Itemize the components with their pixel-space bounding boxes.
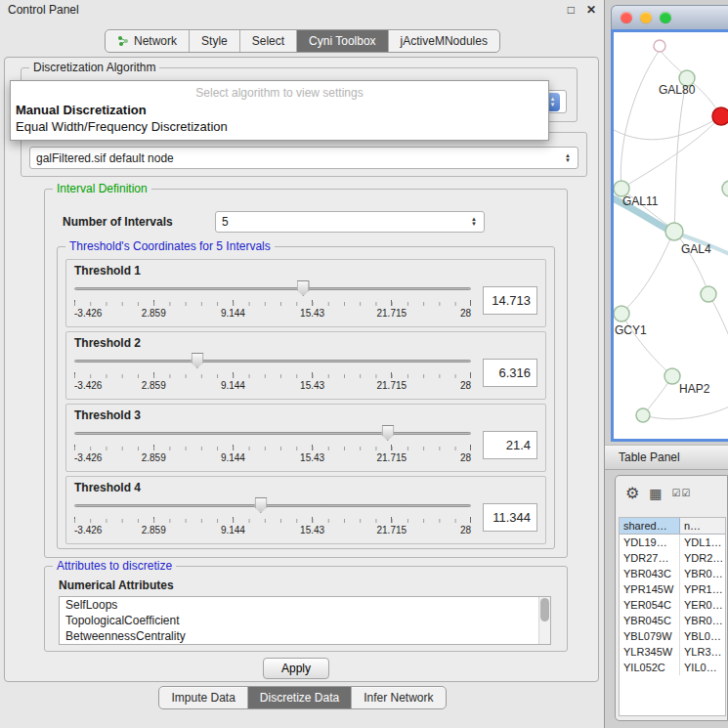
- threshold-3-slider[interactable]: -3.426 2.859 9.144 15.43 21.715 28: [74, 423, 471, 466]
- table-cell[interactable]: YBR045C: [620, 613, 680, 628]
- network-view-window: GAL80 GAL11 GAL4 GCY1 HAP2: [611, 5, 728, 442]
- list-scrollbar[interactable]: [538, 597, 550, 644]
- network-node[interactable]: [665, 223, 683, 240]
- popup-item-manual-discretization[interactable]: Manual Discretization: [11, 102, 548, 118]
- select-columns-icon[interactable]: ☑☑: [672, 488, 692, 498]
- number-of-intervals-stepper-icon[interactable]: ▲▼: [470, 217, 478, 227]
- table-cell[interactable]: YLR3…: [680, 644, 725, 660]
- tab-cyni-toolbox[interactable]: Cyni Toolbox: [296, 30, 387, 52]
- table-cell[interactable]: YDR27…: [620, 550, 680, 566]
- table-row[interactable]: YLR345WYLR3…: [620, 644, 725, 660]
- network-node[interactable]: [614, 306, 629, 321]
- tick-label: 21.715: [377, 452, 407, 463]
- tab-jactivemnodules[interactable]: jActiveMNodules: [388, 30, 499, 52]
- table-cell[interactable]: YBR0…: [680, 613, 725, 628]
- threshold-1-value-field[interactable]: 14.713: [483, 286, 537, 315]
- threshold-1-slider[interactable]: -3.426 2.859 9.144 15.43 21.715 28: [74, 278, 471, 321]
- slider-track[interactable]: [74, 360, 471, 363]
- column-header-name[interactable]: n…: [680, 518, 725, 535]
- slider-minor-ticks: [74, 519, 471, 523]
- network-node[interactable]: [636, 408, 650, 422]
- list-item[interactable]: SelfLoops: [60, 597, 550, 613]
- table-cell[interactable]: YBL079W: [620, 628, 680, 644]
- float-window-icon[interactable]: □: [568, 3, 575, 17]
- threshold-2-label: Threshold 2: [74, 336, 537, 350]
- gear-icon[interactable]: ⚙: [625, 484, 639, 502]
- threshold-4-slider[interactable]: -3.426 2.859 9.144 15.43 21.715 28: [74, 495, 471, 538]
- table-data-combo[interactable]: galFiltered.sif default node ▲▼: [29, 147, 578, 169]
- network-window-titlebar[interactable]: [611, 5, 728, 29]
- zoom-traffic-light-button[interactable]: [660, 12, 671, 23]
- close-traffic-light-button[interactable]: [621, 12, 632, 23]
- network-node[interactable]: [664, 368, 680, 384]
- table-row[interactable]: YBR043CYBR0…: [620, 566, 725, 581]
- table-cell[interactable]: YPR1…: [680, 581, 725, 597]
- attributes-group-title: Attributes to discretize: [53, 559, 176, 573]
- table-row[interactable]: YDR27…YDR2…: [620, 550, 725, 566]
- slider-track[interactable]: [74, 432, 471, 435]
- tab-network[interactable]: Network: [106, 30, 189, 52]
- list-item[interactable]: TopologicalCoefficient: [60, 613, 550, 628]
- threshold-coordinates-group: Threshold's Coordinates for 5 Intervals …: [57, 246, 555, 549]
- columns-icon[interactable]: ▦: [649, 486, 662, 501]
- table-row[interactable]: YER054CYER0…: [620, 597, 725, 613]
- network-node[interactable]: [654, 40, 665, 52]
- table-row[interactable]: YDL19…YDL1…: [620, 535, 725, 550]
- threshold-4-value-field[interactable]: 11.344: [483, 503, 537, 532]
- tick-label: 9.144: [221, 525, 245, 535]
- table-data-combo-stepper-icon[interactable]: ▲▼: [564, 153, 572, 163]
- threshold-3-value-field[interactable]: 21.4: [483, 431, 537, 459]
- slider-thumb[interactable]: [381, 425, 394, 441]
- node-label-hap2[interactable]: HAP2: [679, 382, 709, 396]
- threshold-2-slider[interactable]: -3.426 2.859 9.144 15.43 21.715 28: [74, 351, 471, 394]
- table-cell[interactable]: YPR145W: [620, 581, 680, 597]
- column-header-shared-name[interactable]: shared…: [620, 518, 680, 535]
- table-cell[interactable]: YIL0…: [680, 660, 725, 675]
- table-cell[interactable]: YDR2…: [680, 550, 725, 566]
- tab-infer-network[interactable]: Infer Network: [351, 687, 445, 708]
- minimize-traffic-light-button[interactable]: [640, 12, 652, 23]
- node-label-gal4[interactable]: GAL4: [681, 242, 711, 256]
- number-of-intervals-combo[interactable]: 5 ▲▼: [215, 211, 485, 233]
- slider-track[interactable]: [74, 504, 471, 507]
- list-scrollbar-thumb[interactable]: [540, 598, 549, 621]
- slider-thumb[interactable]: [191, 353, 203, 368]
- table-cell[interactable]: YBR0…: [680, 566, 725, 581]
- control-panel-window: Control Panel □ ✕ Network Style Select C…: [0, 0, 605, 728]
- table-row[interactable]: YBR045CYBR0…: [620, 613, 725, 628]
- table-cell[interactable]: YDL19…: [620, 535, 680, 550]
- apply-button[interactable]: Apply: [263, 658, 329, 679]
- slider-track[interactable]: [74, 287, 471, 290]
- tab-style[interactable]: Style: [189, 30, 239, 52]
- node-label-gal11[interactable]: GAL11: [622, 194, 658, 208]
- slider-thumb[interactable]: [254, 497, 267, 513]
- node-label-gal80[interactable]: GAL80: [659, 83, 695, 97]
- tab-select[interactable]: Select: [239, 30, 296, 52]
- list-item[interactable]: BetweennessCentrality: [60, 628, 550, 644]
- node-label-gcy1[interactable]: GCY1: [615, 323, 647, 337]
- table-row[interactable]: YPR145WYPR1…: [620, 581, 725, 597]
- slider-minor-ticks: [74, 302, 471, 306]
- threshold-2-value-field[interactable]: 6.316: [483, 359, 537, 387]
- table-row[interactable]: YBL079WYBL0…: [620, 628, 725, 644]
- tick-label: 2.859: [142, 308, 166, 319]
- network-canvas[interactable]: GAL80 GAL11 GAL4 GCY1 HAP2: [611, 29, 728, 442]
- table-cell[interactable]: YER0…: [680, 597, 725, 613]
- selected-network-node[interactable]: [712, 107, 728, 125]
- table-cell[interactable]: YIL052C: [620, 660, 680, 675]
- popup-item-equal-width-frequency[interactable]: Equal Width/Frequency Discretization: [11, 118, 548, 135]
- table-cell[interactable]: YDL1…: [680, 535, 725, 550]
- network-node[interactable]: [701, 286, 716, 302]
- table-row[interactable]: YIL052CYIL0…: [620, 660, 725, 675]
- table-cell[interactable]: YBL0…: [680, 628, 725, 644]
- tab-impute-data[interactable]: Impute Data: [159, 687, 246, 708]
- table-cell[interactable]: YLR345W: [620, 644, 680, 660]
- table-data-combo-value: galFiltered.sif default node: [36, 151, 564, 165]
- slider-thumb[interactable]: [297, 280, 310, 296]
- close-window-icon[interactable]: ✕: [586, 3, 596, 17]
- network-node[interactable]: [722, 181, 728, 196]
- table-cell[interactable]: YBR043C: [620, 566, 680, 581]
- table-cell[interactable]: YER054C: [620, 597, 680, 613]
- interval-definition-group: Interval Definition Number of Intervals …: [44, 189, 568, 558]
- tab-discretize-data[interactable]: Discretize Data: [247, 687, 351, 708]
